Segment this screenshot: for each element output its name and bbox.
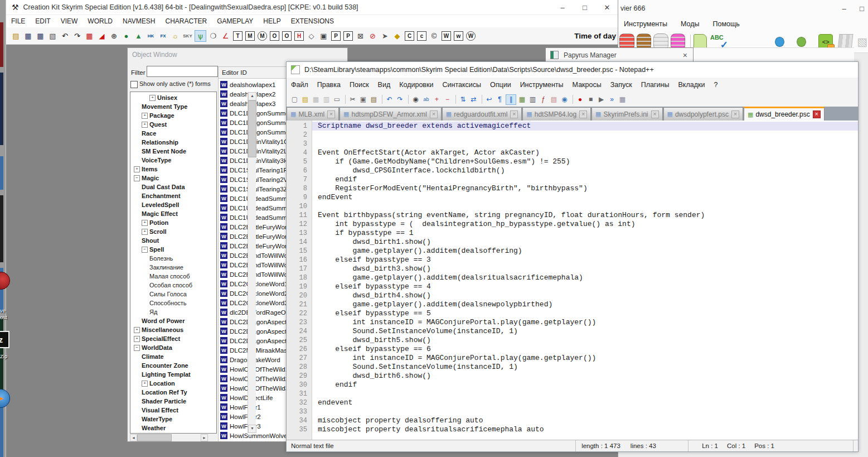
tab-close-icon[interactable]: × <box>579 110 587 118</box>
ck-cube-icon[interactable]: ◇ <box>306 31 317 41</box>
scroll-thumb[interactable] <box>248 100 256 157</box>
tree-item[interactable]: +Unisex <box>130 93 217 102</box>
tree-item[interactable]: Dual Cast Data <box>130 182 217 191</box>
npp-save-icon[interactable]: ▦ <box>311 95 321 104</box>
minimize-button[interactable]: – <box>833 4 855 13</box>
npp-copy-icon[interactable]: ▣ <box>358 95 368 104</box>
tree-item[interactable]: Weather <box>130 424 217 432</box>
ck-menu-file[interactable]: FILE <box>6 17 30 25</box>
tree-item[interactable]: −WorldData <box>130 343 211 352</box>
tab-close-icon[interactable]: × <box>813 110 821 118</box>
tree-item[interactable]: LeveledSpell <box>130 200 217 209</box>
tree-item[interactable]: SM Event Node <box>130 147 217 156</box>
tree-item[interactable]: Visual Effect <box>130 406 217 415</box>
tree-item[interactable]: Заклинание <box>130 263 217 272</box>
maximize-button[interactable]: □ <box>574 3 596 12</box>
npp-macro-save-icon[interactable]: ▦ <box>618 95 627 104</box>
notepadpp-titlebar[interactable]: D:\SteamLibrary\steamapps\common\Skyrim … <box>287 62 858 78</box>
npp-menu-синтаксисы[interactable]: Синтаксисы <box>438 81 486 89</box>
tree-horizontal-scrollbar[interactable]: ◄ ► <box>130 434 208 441</box>
ck-menu-help[interactable]: HELP <box>258 17 285 25</box>
npp-zoom-in-icon[interactable]: + <box>432 95 442 104</box>
expander-icon[interactable]: + <box>142 220 148 226</box>
npp-find-icon[interactable]: ◉ <box>411 95 420 104</box>
code-editor[interactable]: 1234567891011121314151617181920212223242… <box>287 121 858 440</box>
ck-portals-icon[interactable]: H <box>294 31 304 41</box>
npp-function-list-icon[interactable]: ƒ <box>539 95 548 104</box>
ck-markers-icon[interactable]: M <box>245 31 255 41</box>
tree-item[interactable]: Movement Type <box>130 102 217 111</box>
tree-item[interactable]: Способность <box>130 299 217 307</box>
tree-item[interactable]: Enchantment <box>130 191 217 200</box>
npp-save-all-icon[interactable]: ▥ <box>322 95 331 104</box>
tab-close-icon[interactable]: × <box>430 110 438 118</box>
npp-new-file-icon[interactable]: ▢ <box>290 95 299 104</box>
scroll-track[interactable] <box>172 434 201 441</box>
ck-menu-edit[interactable]: EDIT <box>30 17 55 25</box>
ck-occlusion-cube-icon[interactable]: O <box>282 31 292 41</box>
ck-protractor-icon[interactable]: ∠ <box>220 31 231 41</box>
ck-preferences-icon[interactable]: ▧ <box>47 31 58 41</box>
cube-icon[interactable]: ▧ <box>857 35 867 49</box>
tree-vertical-scrollbar[interactable]: ▲ ▼ <box>248 92 256 433</box>
npp-menu-запуск[interactable]: Запуск <box>606 81 637 89</box>
ck-w-letter-icon[interactable]: W <box>442 31 451 41</box>
npp-indent-guide-icon[interactable]: ∥ <box>506 94 516 105</box>
tree-item[interactable]: Relationship <box>130 138 217 147</box>
npp-macro-stop-icon[interactable]: ■ <box>586 95 595 104</box>
desktop-icon-7zip[interactable]: z <box>0 331 9 348</box>
ck-sky-icon[interactable]: SKY <box>182 31 193 41</box>
code-area[interactable]: Scriptname dwsd_breeder extends activema… <box>312 121 858 440</box>
npp-replace-icon[interactable]: ab <box>421 95 431 104</box>
tree-item[interactable]: Word of Power <box>130 316 217 325</box>
scroll-down-icon[interactable]: ▼ <box>248 425 256 433</box>
tree-item[interactable]: Race <box>130 129 217 138</box>
tree-item[interactable]: Shader Particle <box>130 397 217 406</box>
scroll-up-icon[interactable]: ▲ <box>248 92 256 100</box>
ck-effects-icon[interactable]: FX <box>158 31 168 41</box>
ck-trees-icon[interactable]: T <box>233 31 243 41</box>
expander-icon[interactable]: + <box>142 122 148 128</box>
ck-unlink-icon[interactable]: ⊘ <box>367 31 378 41</box>
tree-item[interactable]: −Magic <box>130 174 211 182</box>
ra-menu-моды[interactable]: Моды <box>675 20 707 28</box>
creation-kit-titlebar[interactable]: ⚒ Creation Kit Skyrim Special Edition [v… <box>6 0 618 15</box>
expander-icon[interactable]: − <box>142 247 148 253</box>
ck-primitives-icon[interactable]: P <box>331 31 341 41</box>
ck-no-collision-icon[interactable]: ⊠ <box>355 31 366 41</box>
maximize-button[interactable]: □ <box>855 4 868 13</box>
close-icon[interactable]: × <box>683 51 687 60</box>
ck-snap-to-grid-icon[interactable]: ▦ <box>84 31 95 41</box>
ck-pick-reference-icon[interactable]: ➤ <box>380 31 390 41</box>
ck-w-circle-icon[interactable]: W <box>466 31 476 41</box>
tree-item[interactable]: WaterType <box>130 415 217 424</box>
tab-close-icon[interactable]: × <box>731 110 739 118</box>
ck-grass-icon[interactable]: ѱ <box>195 30 206 42</box>
npp-macro-run-multiple-icon[interactable]: » <box>607 95 617 104</box>
status-blue-icon[interactable] <box>775 37 784 47</box>
npp-sync-horizontal-icon[interactable]: ⇄ <box>469 95 478 104</box>
tree-item[interactable]: Силы Голоса <box>130 290 217 299</box>
tree-item[interactable]: Особая способ <box>130 281 217 290</box>
tab-close-icon[interactable]: × <box>651 110 659 118</box>
npp-zoom-out-icon[interactable]: − <box>443 95 452 104</box>
tab-close-icon[interactable]: × <box>327 110 335 118</box>
tab-close-icon[interactable]: × <box>510 110 518 118</box>
status-green-icon[interactable] <box>797 37 806 47</box>
npp-undo-icon[interactable]: ↶ <box>385 95 394 104</box>
minimize-button[interactable]: – <box>551 3 574 12</box>
ck-local-coordinates-icon[interactable]: ⊕ <box>109 31 119 41</box>
tree-item[interactable]: +SpecialEffect <box>130 334 211 343</box>
npp-document-monitor-icon[interactable]: ◉ <box>560 95 569 104</box>
tree-item[interactable]: Location Ref Ty <box>130 388 217 397</box>
tab-SkyrimPrefs.ini[interactable]: ▦SkyrimPrefs.ini× <box>591 107 662 121</box>
ck-lights-icon[interactable]: ☼ <box>170 31 181 41</box>
ra-menu-помощь[interactable]: Помощь <box>707 20 747 28</box>
object-window-titlebar[interactable]: Object Window <box>128 48 347 61</box>
ra-menu-инструменты[interactable]: Инструменты <box>618 20 675 28</box>
npp-macro-play-icon[interactable]: ▶ <box>597 95 606 104</box>
tree-item[interactable]: +Potion <box>130 218 217 227</box>
npp-user-defined-lang-icon[interactable]: ▦ <box>517 95 527 104</box>
tree-item[interactable]: −Spell <box>130 245 217 254</box>
ck-world-icon[interactable]: ● <box>121 31 132 41</box>
